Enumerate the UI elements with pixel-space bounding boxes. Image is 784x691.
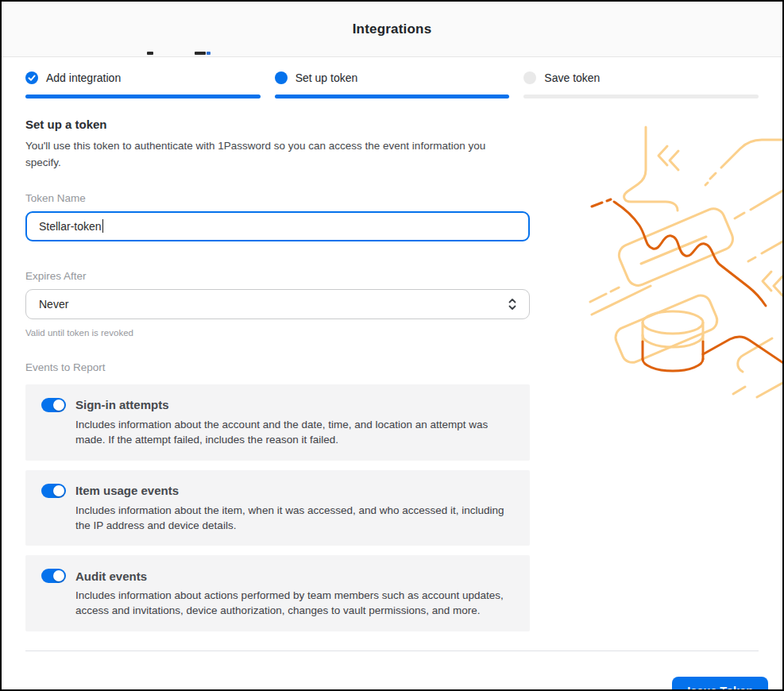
event-card-audit-events: Audit events Includes information about … (25, 555, 530, 631)
expires-after-select[interactable]: Never (25, 289, 530, 319)
issue-token-button[interactable]: Issue Token (672, 677, 768, 691)
step-label: Save token (544, 71, 600, 84)
modal-footer: Issue Token (2, 651, 782, 691)
token-name-label: Token Name (25, 192, 530, 204)
token-name-input[interactable]: Stellar-token (25, 211, 530, 241)
sign-in-attempts-toggle[interactable] (41, 398, 66, 412)
events-to-report-label: Events to Report (25, 361, 530, 373)
event-title: Item usage events (75, 484, 179, 497)
toggle-knob (53, 485, 64, 496)
event-title: Sign-in attempts (75, 398, 169, 411)
step-active-dot-icon (275, 71, 288, 84)
decorative-line-art-illustration (546, 119, 784, 411)
step-add-integration: Add integration (25, 71, 261, 98)
event-card-sign-in-attempts: Sign-in attempts Includes information ab… (25, 384, 530, 461)
section-description: You'll use this token to authenticate wi… (25, 138, 518, 172)
page-title: Integrations (353, 21, 432, 37)
select-updown-chevron-icon (507, 297, 518, 311)
toggle-knob (53, 570, 64, 581)
audit-events-toggle[interactable] (41, 569, 66, 583)
form-content: Set up a token You'll use this token to … (25, 118, 530, 631)
section-heading: Set up a token (25, 118, 530, 131)
expires-after-help: Valid until token is revoked (25, 328, 530, 338)
event-description: Includes information about the account a… (75, 418, 514, 448)
step-progress-bar (523, 95, 759, 98)
step-set-up-token: Set up token (275, 71, 510, 98)
step-save-token: Save token (523, 71, 759, 98)
expires-after-value: Never (39, 298, 68, 311)
clipped-scrolled-content (147, 52, 210, 56)
step-label: Set up token (295, 71, 358, 84)
modal-header: Integrations (2, 2, 782, 57)
expires-after-label: Expires After (25, 270, 530, 282)
step-progress-bar (25, 95, 261, 98)
step-complete-check-icon (25, 71, 38, 84)
step-label: Add integration (46, 71, 121, 84)
event-description: Includes information about the item, whe… (75, 504, 514, 534)
toggle-knob (53, 400, 64, 411)
token-name-value: Stellar-token (39, 220, 102, 233)
event-card-item-usage-events: Item usage events Includes information a… (25, 470, 530, 546)
wizard-stepper: Add integration Set up token Save token (25, 71, 759, 98)
step-upcoming-dot-icon (523, 71, 536, 84)
item-usage-events-toggle[interactable] (41, 484, 66, 498)
event-description: Includes information about actions perfo… (75, 589, 514, 619)
text-cursor (102, 219, 104, 233)
event-title: Audit events (75, 569, 147, 583)
integrations-modal: Integrations Add integration Set up toke… (0, 0, 784, 691)
step-progress-bar (275, 95, 510, 98)
